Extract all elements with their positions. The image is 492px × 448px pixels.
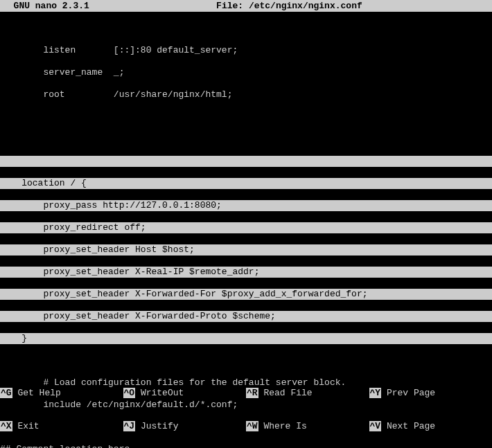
shortcut-exit[interactable]: ^X Exit bbox=[0, 421, 123, 432]
code-line: root /usr/share/nginx/html; bbox=[0, 89, 492, 100]
shortcut-get-help[interactable]: ^G Get Help bbox=[0, 388, 123, 399]
editor-name: GNU nano 2.3.1 bbox=[3, 1, 89, 11]
selected-line: location / { bbox=[0, 178, 492, 189]
shortcut-where-is[interactable]: ^W Where Is bbox=[246, 421, 369, 432]
shortcut-next-page[interactable]: ^V Next Page bbox=[369, 421, 493, 432]
selected-line: proxy_set_header X-Forwarded-Proto $sche… bbox=[0, 311, 492, 322]
blank-line bbox=[0, 23, 492, 34]
code-line: listen [::]:80 default_server; bbox=[0, 45, 492, 56]
shortcut-writeout[interactable]: ^O WriteOut bbox=[123, 388, 247, 399]
code-line: ## Comment location here bbox=[0, 444, 492, 448]
selected-line: proxy_set_header X-Real-IP $remote_addr; bbox=[0, 267, 492, 278]
selected-line: proxy_redirect off; bbox=[0, 222, 492, 233]
code-line: server_name _; bbox=[0, 67, 492, 78]
blank-line bbox=[0, 111, 492, 123]
selected-line: proxy_set_header Host $host; bbox=[0, 244, 492, 256]
blank-line bbox=[0, 355, 492, 366]
shortcut-justify[interactable]: ^J Justify bbox=[123, 421, 247, 432]
shortcut-bar: ^G Get Help ^O WriteOut ^R Read File ^Y … bbox=[0, 366, 492, 443]
selected-line: } bbox=[0, 333, 492, 344]
shortcut-prev-page[interactable]: ^Y Prev Page bbox=[369, 388, 493, 399]
shortcut-read-file[interactable]: ^R Read File bbox=[246, 388, 369, 399]
titlebar: GNU nano 2.3.1 File: /etc/nginx/nginx.co… bbox=[0, 0, 492, 12]
selected-line: proxy_pass http://127.0.0.1:8080; bbox=[0, 200, 492, 211]
file-indicator: File: /etc/nginx/nginx.conf bbox=[89, 1, 489, 11]
selected-line: proxy_set_header X-Forwarded-For $proxy_… bbox=[0, 289, 492, 300]
blank-line bbox=[0, 134, 492, 145]
selected-line bbox=[0, 156, 492, 167]
